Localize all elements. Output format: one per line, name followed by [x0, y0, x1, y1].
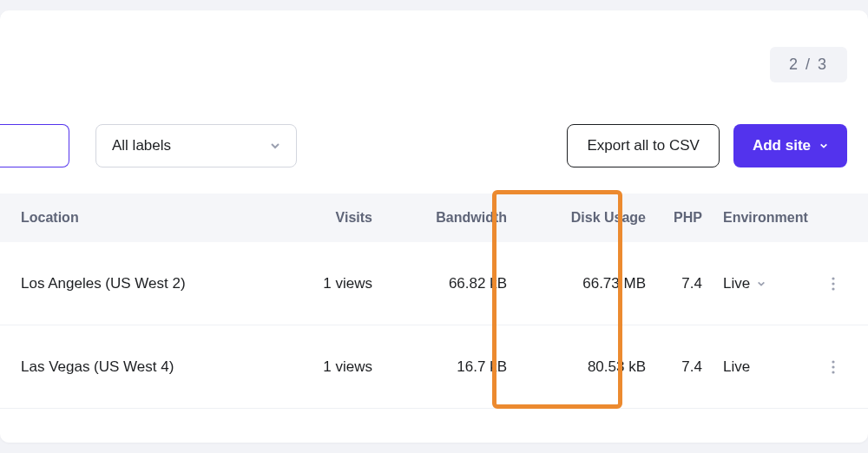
cell-disk-usage: 80.53 kB	[507, 358, 646, 376]
more-vertical-icon	[832, 277, 835, 291]
chevron-down-icon	[757, 279, 766, 288]
svg-point-1	[832, 282, 834, 285]
table-header: Location Visits Bandwidth Disk Usage PHP…	[0, 194, 868, 242]
svg-point-3	[832, 360, 834, 363]
cell-php: 7.4	[646, 358, 702, 376]
col-environment: Environment	[702, 210, 819, 226]
toolbar: All labels Export all to CSV Add site	[0, 124, 868, 167]
sites-table: Location Visits Bandwidth Disk Usage PHP…	[0, 194, 868, 409]
labels-dropdown[interactable]: All labels	[95, 124, 297, 167]
cell-php: 7.4	[646, 275, 702, 292]
col-visits: Visits	[247, 210, 372, 226]
add-site-label: Add site	[753, 137, 811, 154]
col-disk-usage: Disk Usage	[507, 210, 646, 226]
col-php: PHP	[646, 210, 702, 226]
cell-environment[interactable]: Live	[702, 275, 819, 292]
cell-environment: Live	[702, 358, 819, 376]
cell-bandwidth: 66.82 kB	[372, 275, 507, 292]
search-input[interactable]	[0, 124, 69, 167]
more-actions-button[interactable]	[819, 270, 847, 298]
cell-visits: 1 views	[247, 275, 372, 292]
more-vertical-icon	[832, 360, 835, 374]
main-panel: 2 / 3 All labels Export all to CSV Add s…	[0, 10, 868, 443]
svg-point-0	[832, 277, 834, 279]
chevron-down-icon	[270, 141, 280, 151]
labels-dropdown-label: All labels	[112, 137, 171, 154]
cell-disk-usage: 66.73 MB	[507, 275, 646, 292]
cell-location: Los Angeles (US West 2)	[21, 273, 247, 294]
col-location: Location	[21, 210, 247, 226]
top-row: 2 / 3	[0, 47, 868, 82]
svg-point-4	[832, 365, 834, 368]
cell-bandwidth: 16.7 kB	[372, 358, 507, 376]
env-label: Live	[723, 275, 750, 292]
more-actions-button[interactable]	[819, 353, 847, 381]
cell-actions	[819, 270, 863, 298]
chevron-down-icon	[819, 141, 828, 150]
col-bandwidth: Bandwidth	[372, 210, 507, 226]
cell-visits: 1 views	[247, 358, 372, 376]
cell-actions	[819, 353, 863, 381]
add-site-button[interactable]: Add site	[733, 124, 847, 167]
cell-location: Las Vegas (US West 4)	[21, 357, 247, 378]
env-label: Live	[723, 358, 750, 376]
table-row: Las Vegas (US West 4) 1 views 16.7 kB 80…	[0, 325, 868, 409]
svg-point-2	[832, 287, 834, 290]
table-row: Los Angeles (US West 2) 1 views 66.82 kB…	[0, 242, 868, 325]
export-csv-button[interactable]: Export all to CSV	[567, 124, 719, 167]
pagination-badge: 2 / 3	[770, 47, 847, 82]
svg-point-5	[832, 371, 834, 373]
